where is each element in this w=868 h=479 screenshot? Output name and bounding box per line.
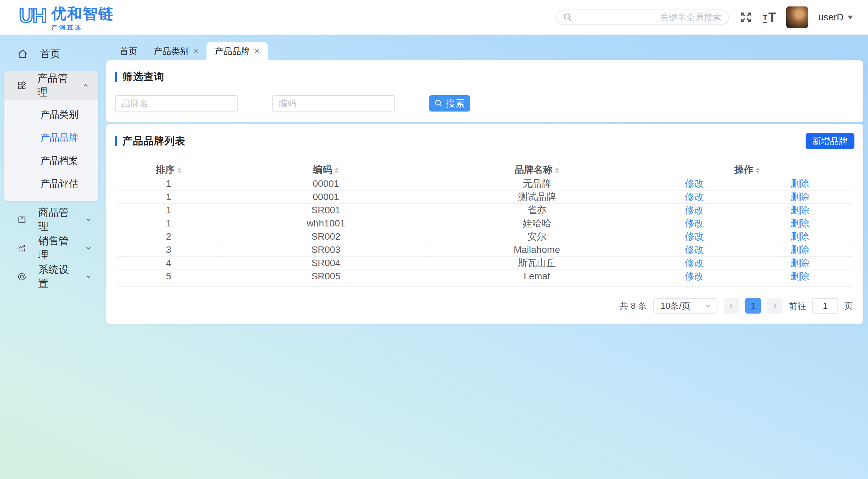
brand-table: 排序 编码 品牌名称 操作 1 00001 无品牌 修改 删除 bbox=[117, 162, 852, 286]
edit-link[interactable]: 修改 bbox=[643, 257, 746, 270]
title-accent-bar bbox=[115, 72, 117, 82]
sidebar-item-product-brand[interactable]: 产品品牌 bbox=[4, 126, 98, 149]
total-count: 共 8 条 bbox=[619, 300, 647, 312]
edit-link[interactable]: 修改 bbox=[643, 217, 746, 230]
chart-icon bbox=[17, 242, 27, 254]
table-row: 1 00001 无品牌 修改 删除 bbox=[117, 177, 852, 191]
column-header-name[interactable]: 品牌名称 bbox=[432, 162, 642, 177]
close-icon[interactable]: × bbox=[254, 46, 259, 56]
delete-link[interactable]: 删除 bbox=[748, 204, 851, 217]
brand-name-input[interactable] bbox=[115, 95, 238, 112]
code-input[interactable] bbox=[272, 95, 395, 112]
table-row: 2 SR002 安尔 修改 删除 bbox=[117, 230, 852, 243]
cell-actions: 修改 删除 bbox=[642, 230, 852, 243]
sidebar-item-product-archive[interactable]: 产品档案 bbox=[4, 149, 98, 172]
tab-product-category[interactable]: 产品类别 × bbox=[145, 42, 206, 60]
delete-link[interactable]: 删除 bbox=[748, 217, 851, 230]
user-avatar[interactable] bbox=[786, 6, 808, 28]
tab-product-brand[interactable]: 产品品牌 × bbox=[206, 42, 268, 60]
font-size-icon[interactable]: TT bbox=[763, 12, 776, 23]
cell-sort: 1 bbox=[117, 177, 220, 191]
edit-link[interactable]: 修改 bbox=[643, 243, 746, 256]
logo-monogram: UH bbox=[19, 3, 46, 28]
settings-icon bbox=[17, 271, 27, 282]
app-title: 优和智链 bbox=[52, 6, 114, 21]
sidebar-item-goods[interactable]: 商品管理 bbox=[0, 207, 102, 233]
tab-home[interactable]: 首页 bbox=[112, 42, 145, 60]
delete-link[interactable]: 删除 bbox=[748, 270, 851, 283]
cell-code: 00001 bbox=[220, 177, 432, 191]
grid-icon bbox=[17, 80, 26, 91]
goto-page-input[interactable] bbox=[812, 298, 838, 314]
sidebar-item-product-evaluation[interactable]: 产品评估 bbox=[4, 172, 98, 195]
global-search bbox=[555, 9, 729, 25]
fullscreen-icon[interactable] bbox=[739, 11, 753, 24]
cell-sort: 5 bbox=[117, 270, 220, 283]
tab-bar: 首页 产品类别 × 产品品牌 × bbox=[106, 42, 863, 60]
cell-sort: 3 bbox=[117, 243, 220, 257]
main-content: 首页 产品类别 × 产品品牌 × 筛选查询 bbox=[106, 42, 863, 324]
table-row: 5 SR005 Lemat 修改 删除 bbox=[117, 270, 852, 283]
edit-link[interactable]: 修改 bbox=[643, 230, 746, 243]
delete-link[interactable]: 删除 bbox=[748, 257, 851, 270]
pagination: 共 8 条 10条/页 1 前往 页 bbox=[115, 298, 854, 314]
table-row: 1 SR001 雀亦 修改 删除 bbox=[117, 204, 852, 217]
edit-link[interactable]: 修改 bbox=[643, 204, 746, 217]
cell-brand-name: 测试品牌 bbox=[432, 191, 642, 204]
cell-sort: 1 bbox=[117, 191, 220, 204]
goto-label: 前往 bbox=[789, 300, 806, 312]
sidebar-item-home[interactable]: 首页 bbox=[0, 42, 102, 66]
cell-actions: 修改 删除 bbox=[642, 270, 852, 283]
current-page-button[interactable]: 1 bbox=[745, 298, 761, 314]
delete-link[interactable]: 删除 bbox=[748, 230, 851, 243]
global-search-input[interactable] bbox=[572, 12, 722, 23]
next-page-button[interactable] bbox=[767, 298, 783, 314]
edit-link[interactable]: 修改 bbox=[643, 270, 746, 283]
app-subtitle: 产消直连 bbox=[52, 24, 114, 32]
search-button[interactable]: 搜索 bbox=[429, 95, 470, 112]
page-size-select[interactable]: 10条/页 bbox=[653, 298, 717, 314]
sidebar-group-product-header[interactable]: 产品管理 bbox=[4, 71, 98, 100]
table-body: 1 00001 无品牌 修改 删除 1 00001 测试品牌 修改 删除 bbox=[117, 177, 852, 283]
table-header-row: 排序 编码 品牌名称 操作 bbox=[117, 162, 852, 177]
cell-brand-name: Lemat bbox=[432, 270, 642, 283]
column-header-code[interactable]: 编码 bbox=[220, 162, 432, 177]
sidebar-group-product: 产品管理 产品类别 产品品牌 产品档案 产品评估 bbox=[4, 71, 98, 201]
table-row: 1 whh1001 娃哈哈 修改 删除 bbox=[117, 217, 852, 230]
cell-code: SR003 bbox=[220, 243, 432, 257]
cell-actions: 修改 删除 bbox=[642, 243, 852, 257]
cell-code: SR005 bbox=[220, 270, 432, 283]
user-menu[interactable]: userD bbox=[818, 12, 853, 23]
brand-list-card: 产品品牌列表 新增品牌 排序 编码 品牌名称 操作 bbox=[106, 124, 863, 324]
sidebar-item-settings[interactable]: 系统设置 bbox=[0, 264, 102, 290]
column-header-sort[interactable]: 排序 bbox=[117, 162, 220, 177]
cell-actions: 修改 删除 bbox=[642, 257, 852, 270]
sort-icon bbox=[177, 167, 181, 173]
column-header-actions[interactable]: 操作 bbox=[642, 162, 852, 177]
add-brand-button[interactable]: 新增品牌 bbox=[806, 133, 854, 149]
app-header: UH 优和智链 产消直连 TT bbox=[0, 0, 868, 35]
cell-code: 00001 bbox=[220, 191, 432, 204]
delete-link[interactable]: 删除 bbox=[748, 177, 851, 190]
caret-down-icon bbox=[848, 16, 853, 22]
sort-icon bbox=[756, 167, 760, 173]
search-icon bbox=[563, 13, 572, 22]
page: UH 优和智链 产消直连 TT bbox=[0, 0, 868, 479]
cell-code: SR004 bbox=[220, 257, 432, 270]
app-logo: UH 优和智链 产消直连 bbox=[19, 3, 114, 32]
cell-brand-name: 安尔 bbox=[432, 230, 642, 243]
username: userD bbox=[818, 12, 844, 23]
sidebar-item-product-category[interactable]: 产品类别 bbox=[4, 103, 98, 126]
cell-code: SR002 bbox=[220, 230, 432, 243]
cell-code: SR001 bbox=[220, 204, 432, 217]
close-icon[interactable]: × bbox=[193, 46, 198, 56]
sidebar-item-sales[interactable]: 销售管理 bbox=[0, 235, 102, 261]
cell-sort: 2 bbox=[117, 230, 220, 243]
delete-link[interactable]: 删除 bbox=[748, 243, 851, 256]
cell-sort: 1 bbox=[117, 204, 220, 217]
delete-link[interactable]: 删除 bbox=[748, 191, 851, 203]
prev-page-button[interactable] bbox=[724, 298, 739, 314]
edit-link[interactable]: 修改 bbox=[643, 191, 746, 203]
edit-link[interactable]: 修改 bbox=[643, 177, 746, 190]
cell-brand-name: 雀亦 bbox=[432, 204, 642, 217]
